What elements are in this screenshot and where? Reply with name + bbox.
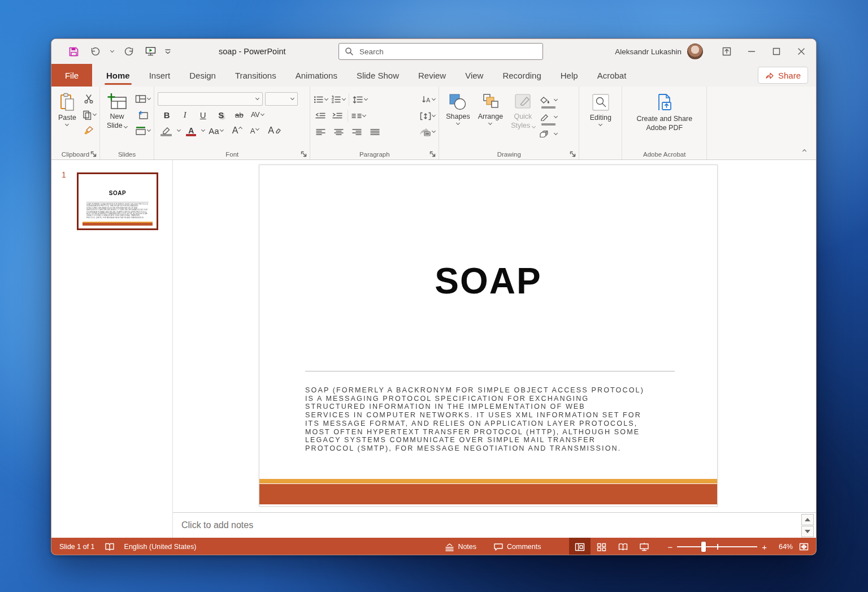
font-name-combo[interactable] — [158, 92, 263, 106]
fit-slide-to-window-button[interactable] — [793, 538, 816, 555]
language-indicator[interactable]: English (United States) — [124, 543, 197, 551]
collapse-ribbon-chevron-icon[interactable] — [803, 145, 806, 155]
next-slide-button[interactable] — [801, 526, 814, 537]
notes-pane[interactable]: Click to add notes — [173, 512, 816, 538]
slide-show-button[interactable] — [633, 538, 655, 555]
slide-canvas[interactable]: SOAP SOAP (FORMERLY A BACKRONYM FOR SIMP… — [259, 165, 718, 507]
format-painter-button[interactable] — [82, 124, 96, 137]
customize-qat-icon[interactable] — [163, 43, 173, 60]
slide-editing-area[interactable]: SOAP SOAP (FORMERLY A BACKRONYM FOR SIMP… — [173, 160, 816, 512]
tab-file[interactable]: File — [51, 64, 92, 87]
notes-placeholder[interactable]: Click to add notes — [181, 520, 253, 530]
shape-outline-button[interactable] — [540, 110, 557, 124]
text-direction-button[interactable]: A — [421, 93, 435, 106]
user-name[interactable]: Aleksandr Lukashin — [615, 47, 682, 56]
search-input[interactable] — [359, 47, 537, 56]
bold-button[interactable]: B — [160, 108, 173, 122]
layout-chevron-icon[interactable] — [147, 96, 151, 100]
text-shadow-button[interactable]: S — [214, 108, 228, 122]
underline-button[interactable]: U — [196, 108, 210, 122]
slide-body-text[interactable]: SOAP (FORMERLY A BACKRONYM FOR SIMPLE OB… — [305, 386, 675, 453]
normal-view-button[interactable] — [569, 538, 591, 555]
redo-icon[interactable] — [121, 43, 138, 60]
zoom-in-button[interactable]: + — [762, 542, 767, 552]
close-button[interactable] — [789, 39, 814, 64]
paste-button[interactable]: Paste — [55, 91, 80, 148]
shapes-chevron-icon[interactable] — [456, 121, 460, 125]
align-right-button[interactable] — [350, 125, 363, 139]
character-spacing-button[interactable]: AV — [250, 108, 264, 122]
undo-dropdown-chevron-icon[interactable] — [107, 43, 117, 60]
maximize-button[interactable] — [764, 39, 789, 64]
shape-effects-button[interactable] — [540, 127, 557, 141]
tab-transitions[interactable]: Transitions — [225, 64, 286, 87]
decrease-indent-button[interactable] — [314, 109, 327, 123]
italic-button[interactable]: I — [178, 108, 192, 122]
decrease-font-size-button[interactable]: A — [248, 124, 262, 137]
section-button[interactable] — [135, 124, 150, 137]
shape-fill-button[interactable] — [540, 93, 557, 107]
copy-dropdown-chevron-icon[interactable] — [93, 112, 97, 116]
bullets-button[interactable] — [314, 93, 328, 106]
highlight-color-button[interactable] — [159, 124, 173, 137]
reading-view-button[interactable] — [612, 538, 633, 555]
create-share-adobe-pdf-button[interactable]: Create and Share Adobe PDF — [633, 91, 696, 148]
clear-formatting-button[interactable]: A — [268, 124, 281, 137]
new-slide-button[interactable]: New Slide — [103, 91, 131, 148]
zoom-level[interactable]: 64% — [771, 543, 793, 551]
font-color-button[interactable]: A — [184, 124, 198, 137]
slide-sorter-view-button[interactable] — [591, 538, 612, 555]
copy-button[interactable] — [82, 108, 96, 122]
share-button[interactable]: Share — [758, 67, 808, 84]
columns-button[interactable] — [351, 109, 366, 123]
tab-slide-show[interactable]: Slide Show — [347, 64, 409, 87]
convert-to-smartart-button[interactable] — [419, 125, 435, 139]
increase-font-size-button[interactable]: A — [231, 124, 244, 137]
line-spacing-button[interactable] — [353, 93, 367, 106]
slide-title[interactable]: SOAP — [259, 260, 717, 302]
editing-button[interactable]: Editing — [587, 91, 615, 148]
section-chevron-icon[interactable] — [147, 128, 151, 132]
align-left-button[interactable] — [314, 125, 327, 139]
highlight-chevron-icon[interactable] — [177, 128, 181, 132]
justify-button[interactable] — [368, 125, 381, 139]
reset-button[interactable] — [135, 108, 150, 122]
strikethrough-button[interactable]: ab — [232, 108, 246, 122]
editing-chevron-icon[interactable] — [598, 122, 602, 126]
save-icon[interactable] — [65, 43, 82, 60]
notes-toggle-button[interactable]: Notes — [439, 538, 482, 555]
cut-button[interactable] — [82, 92, 96, 106]
minimize-button[interactable] — [739, 39, 764, 64]
tab-recording[interactable]: Recording — [493, 64, 550, 87]
drawing-dialog-launcher-icon[interactable] — [570, 151, 576, 157]
tab-design[interactable]: Design — [180, 64, 225, 87]
align-text-button[interactable] — [420, 109, 435, 123]
paste-dropdown-chevron-icon[interactable] — [65, 122, 69, 126]
search-box[interactable] — [338, 43, 543, 60]
increase-indent-button[interactable] — [331, 109, 344, 123]
clipboard-dialog-launcher-icon[interactable] — [90, 151, 97, 157]
previous-slide-button[interactable] — [801, 514, 814, 525]
font-size-combo[interactable] — [265, 92, 298, 106]
align-center-button[interactable] — [332, 125, 345, 139]
shapes-button[interactable]: Shapes — [442, 91, 473, 148]
user-avatar[interactable] — [687, 44, 703, 59]
tab-help[interactable]: Help — [551, 64, 588, 87]
zoom-slider-thumb[interactable] — [701, 542, 706, 552]
arrange-button[interactable]: Arrange — [475, 91, 506, 148]
zoom-out-button[interactable]: − — [667, 542, 672, 552]
zoom-slider[interactable] — [677, 546, 757, 547]
ribbon-display-options-icon[interactable] — [714, 39, 739, 64]
font-dialog-launcher-icon[interactable] — [301, 151, 307, 157]
start-from-beginning-icon[interactable] — [142, 43, 159, 60]
font-color-chevron-icon[interactable] — [201, 128, 205, 132]
tab-insert[interactable]: Insert — [140, 64, 180, 87]
tab-view[interactable]: View — [455, 64, 493, 87]
tab-review[interactable]: Review — [409, 64, 455, 87]
layout-button[interactable] — [135, 92, 150, 106]
change-case-button[interactable]: Aa — [209, 124, 223, 137]
tab-home[interactable]: Home — [97, 64, 140, 87]
arrange-chevron-icon[interactable] — [488, 121, 492, 125]
tab-animations[interactable]: Animations — [286, 64, 347, 87]
numbering-button[interactable] — [331, 93, 345, 106]
